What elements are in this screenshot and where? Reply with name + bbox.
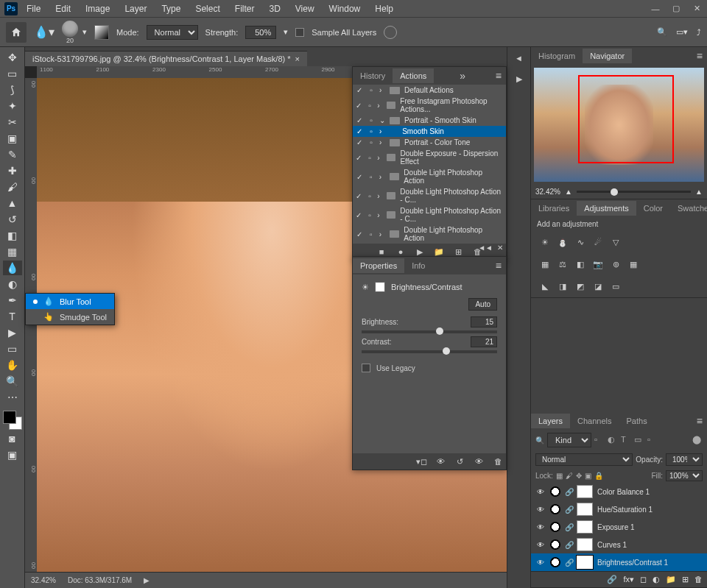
quick-select-tool[interactable]: ✦	[3, 99, 22, 113]
properties-tab[interactable]: Properties	[353, 258, 404, 273]
menu-type[interactable]: Type	[155, 2, 186, 15]
lock-position-icon[interactable]: ✥	[576, 472, 582, 480]
menu-filter[interactable]: Filter	[229, 2, 261, 15]
new-layer-icon[interactable]: ⊞	[682, 575, 689, 584]
heal-tool[interactable]: ✚	[3, 163, 22, 178]
quickmask-toggle[interactable]: ◙	[3, 431, 22, 446]
layer-row[interactable]: 👁🔗Brightness/Contrast 1	[531, 553, 707, 571]
swatches-tab[interactable]: Swatches	[670, 201, 707, 216]
libraries-tab[interactable]: Libraries	[531, 201, 577, 216]
action-row[interactable]: ✓▫› Smooth Skin	[353, 126, 506, 137]
panel-menu-icon[interactable]: ≡	[491, 70, 506, 82]
new-group-icon[interactable]: 📁	[666, 575, 676, 584]
menu-edit[interactable]: Edit	[49, 2, 77, 15]
clip-icon[interactable]: ▾◻	[416, 456, 426, 467]
info-tab[interactable]: Info	[404, 258, 432, 273]
screenmode-toggle[interactable]: ▣	[3, 447, 22, 462]
menu-3d[interactable]: 3D	[263, 2, 286, 15]
contrast-slider[interactable]	[362, 350, 497, 353]
search-icon[interactable]: 🔍	[657, 27, 667, 37]
lock-artboard-icon[interactable]: ▣	[585, 472, 591, 480]
zoom-in-icon[interactable]: ▲	[695, 188, 703, 196]
window-close[interactable]: ✕	[691, 3, 703, 15]
stop-icon[interactable]: ■	[376, 247, 387, 257]
vibrance-adj-icon[interactable]: ▽	[609, 235, 622, 249]
hue-adj-icon[interactable]: ▦	[538, 258, 552, 271]
invert-adj-icon[interactable]: ◣	[538, 280, 552, 293]
menu-select[interactable]: Select	[189, 2, 225, 15]
pen-tool[interactable]: ✒	[3, 293, 22, 308]
filter-pixel-icon[interactable]: ▫	[594, 435, 605, 445]
move-tool[interactable]: ✥	[3, 50, 22, 65]
blur-tool[interactable]: 💧	[3, 261, 22, 275]
paths-tab[interactable]: Paths	[619, 414, 655, 428]
lasso-tool[interactable]: ⟆	[3, 82, 22, 97]
levels-adj-icon[interactable]: ⛄	[556, 235, 569, 249]
navigator-preview[interactable]	[534, 68, 704, 182]
mode-select[interactable]: Normal	[147, 25, 198, 40]
navigator-zoom[interactable]: 32.42%	[535, 188, 560, 196]
panel-menu-icon[interactable]: ≡	[692, 50, 707, 62]
actions-tab[interactable]: Actions	[393, 68, 434, 83]
toggle-visibility-icon[interactable]: 👁	[474, 456, 484, 467]
menu-file[interactable]: File	[21, 2, 46, 15]
window-minimize[interactable]: —	[650, 3, 661, 15]
visibility-icon[interactable]: 👁	[535, 506, 546, 514]
filter-smart-icon[interactable]: ▫	[647, 435, 658, 445]
visibility-icon[interactable]: 👁	[535, 523, 546, 531]
flyout-blur-tool[interactable]: 💧Blur Tool	[26, 294, 114, 309]
flyout-smudge-tool[interactable]: 👆Smudge Tool	[26, 309, 114, 325]
use-legacy-checkbox[interactable]	[362, 364, 370, 372]
brightness-slider[interactable]	[362, 330, 497, 333]
panel-menu-icon[interactable]: ≡	[491, 260, 506, 272]
panel-collapse-icon[interactable]: ◄◄	[478, 244, 493, 252]
crop-tool[interactable]: ✂	[3, 115, 22, 130]
mask-thumb[interactable]	[577, 503, 593, 516]
link-layers-icon[interactable]: 🔗	[607, 575, 617, 584]
panel-collapse-icon[interactable]: »	[455, 70, 470, 82]
adjustments-tab[interactable]: Adjustments	[577, 201, 636, 216]
chevron-down-icon[interactable]: ▾	[284, 27, 288, 37]
navigator-tab[interactable]: Navigator	[583, 49, 632, 63]
lookup-adj-icon[interactable]: ▦	[627, 258, 640, 271]
gradient-map-adj-icon[interactable]: ▭	[609, 280, 622, 293]
close-tab-icon[interactable]: ×	[295, 54, 300, 63]
mask-thumb[interactable]	[577, 556, 593, 569]
menu-layer[interactable]: Layer	[119, 2, 152, 15]
channel-mixer-adj-icon[interactable]: ⊚	[609, 258, 622, 271]
zoom-out-icon[interactable]: ▲	[565, 188, 572, 196]
action-row[interactable]: ✓▫›Double Exposure - Dispersion Effect	[353, 148, 506, 167]
history-tab[interactable]: History	[353, 68, 393, 83]
histogram-tab[interactable]: Histogram	[531, 49, 583, 63]
mask-thumb[interactable]	[577, 485, 593, 498]
action-row[interactable]: ✓▫›Double Light Photoshop Action - C...	[353, 186, 506, 205]
history-brush-tool[interactable]: ↺	[3, 212, 22, 227]
gradient-tool[interactable]: ▦	[3, 244, 22, 259]
type-tool[interactable]: T	[3, 309, 22, 324]
action-row[interactable]: ✓▫›Double Light Photoshop Action	[353, 167, 506, 186]
bw-adj-icon[interactable]: ◧	[574, 258, 587, 271]
color-balance-adj-icon[interactable]: ⚖	[556, 258, 569, 271]
panel-menu-icon[interactable]: ≡	[692, 415, 707, 427]
add-mask-icon[interactable]: ◻	[640, 575, 647, 584]
delete-layer-icon[interactable]: 🗑	[694, 575, 703, 584]
color-tab[interactable]: Color	[636, 201, 670, 216]
color-swatch[interactable]	[3, 411, 22, 430]
action-row[interactable]: ✓▫›Double Light Photoshop Action	[353, 224, 506, 244]
panel-close-icon[interactable]: ✕	[497, 244, 503, 252]
action-row[interactable]: ✓▫›Free Instagram Photoshop Actions...	[353, 96, 506, 115]
document-tab[interactable]: iStock-531799796.jpg @ 32.4% (Brightness…	[25, 51, 307, 66]
zoom-tool[interactable]: 🔍	[3, 374, 22, 389]
path-select-tool[interactable]: ▶	[3, 325, 22, 340]
eyedropper-tool[interactable]: ✎	[3, 147, 22, 162]
mask-thumb[interactable]	[577, 520, 593, 534]
hand-tool[interactable]: ✋	[3, 358, 22, 372]
chevron-right-icon[interactable]: ▶	[144, 576, 150, 584]
visibility-icon[interactable]: 👁	[535, 488, 546, 496]
channels-tab[interactable]: Channels	[570, 414, 619, 428]
layer-name[interactable]: Hue/Saturation 1	[597, 506, 653, 514]
new-set-icon[interactable]: 📁	[434, 247, 444, 257]
selective-color-adj-icon[interactable]: ◪	[591, 280, 605, 293]
reset-icon[interactable]: ↺	[454, 456, 465, 467]
doc-info[interactable]: Doc: 63.3M/317.6M	[68, 576, 132, 584]
